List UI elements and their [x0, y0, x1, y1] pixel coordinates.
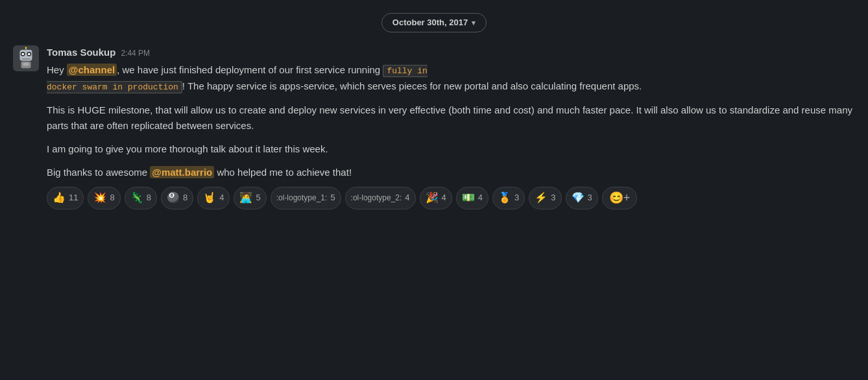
- message-text: Hey @channel, we have just finished depl…: [47, 62, 855, 180]
- reaction-thumbsup[interactable]: 👍 11: [47, 187, 84, 209]
- reactions-container: 👍 11 💥 8 🦎 8 🎱 8 🤘 4 🧑‍💻 5: [47, 187, 855, 209]
- svg-rect-6: [21, 58, 30, 60]
- diamond-count: 3: [588, 191, 592, 204]
- tech-emoji: 🧑‍💻: [239, 193, 252, 203]
- message-header: Tomas Soukup 2:44 PM: [47, 45, 855, 60]
- reaction-tech[interactable]: 🧑‍💻 5: [234, 187, 266, 209]
- reaction-money[interactable]: 💵 4: [456, 187, 488, 209]
- medal-emoji: 🏅: [498, 193, 511, 203]
- ol-logotype-1-count: 5: [330, 191, 335, 204]
- reaction-ol-logotype-1[interactable]: :ol-logotype_1: 5: [271, 187, 341, 209]
- lizard-count: 8: [147, 191, 151, 204]
- user-mention-matt[interactable]: @matt.barrio: [150, 166, 214, 178]
- lightning-count: 3: [551, 191, 555, 204]
- medal-count: 3: [514, 191, 519, 204]
- horns-count: 4: [219, 191, 224, 204]
- ol-logotype-2-count: 4: [405, 191, 409, 204]
- paragraph-2: This is HUGE milestone, that will allow …: [47, 102, 855, 134]
- svg-point-5: [28, 53, 30, 55]
- reaction-ol-logotype-2[interactable]: :ol-logotype_2: 4: [345, 187, 416, 209]
- reaction-ball[interactable]: 🎱 8: [161, 187, 193, 209]
- party-emoji: 🎉: [426, 193, 439, 203]
- paragraph-3: I am going to give you more thorough tal…: [47, 141, 855, 157]
- channel-mention[interactable]: @channel: [67, 64, 117, 76]
- reaction-boom[interactable]: 💥 8: [88, 187, 120, 209]
- message-body: Tomas Soukup 2:44 PM Hey @channel, we ha…: [47, 45, 855, 209]
- ol-logotype-1-text: :ol-logotype_1:: [276, 192, 328, 204]
- horns-emoji: 🤘: [203, 193, 216, 203]
- reaction-horns[interactable]: 🤘 4: [197, 187, 230, 209]
- svg-point-8: [25, 47, 27, 49]
- chevron-down-icon: ▾: [472, 18, 476, 29]
- reaction-lightning[interactable]: ⚡ 3: [529, 187, 561, 209]
- money-emoji: 💵: [462, 193, 475, 203]
- reaction-party[interactable]: 🎉 4: [420, 187, 452, 209]
- avatar: [13, 45, 39, 71]
- party-count: 4: [442, 191, 446, 204]
- lizard-emoji: 🦎: [130, 193, 143, 203]
- date-pill[interactable]: October 30th, 2017 ▾: [381, 13, 487, 32]
- reaction-medal[interactable]: 🏅 3: [492, 187, 525, 209]
- thumbsup-emoji: 👍: [53, 193, 66, 203]
- ol-logotype-2-text: :ol-logotype_2:: [351, 192, 402, 204]
- diamond-emoji: 💎: [572, 193, 585, 203]
- svg-rect-10: [23, 62, 29, 65]
- date-label: October 30th, 2017: [392, 16, 468, 29]
- add-reaction-icon: 😊+: [609, 189, 631, 207]
- ball-emoji: 🎱: [167, 193, 180, 203]
- ball-count: 8: [183, 191, 187, 204]
- paragraph-4: Big thanks to awesome @matt.barrio who h…: [47, 165, 855, 180]
- tech-count: 5: [256, 191, 260, 204]
- message-container: Tomas Soukup 2:44 PM Hey @channel, we ha…: [0, 43, 868, 212]
- svg-point-4: [21, 53, 24, 55]
- lightning-emoji: ⚡: [535, 193, 548, 203]
- timestamp: 2:44 PM: [121, 47, 150, 59]
- paragraph-1: Hey @channel, we have just finished depl…: [47, 62, 855, 95]
- username: Tomas Soukup: [47, 45, 115, 60]
- money-count: 4: [478, 191, 483, 204]
- boom-count: 8: [110, 191, 114, 204]
- reaction-diamond[interactable]: 💎 3: [566, 187, 598, 209]
- thumbsup-count: 11: [69, 191, 78, 204]
- date-divider[interactable]: October 30th, 2017 ▾: [381, 13, 487, 32]
- reaction-lizard[interactable]: 🦎 8: [125, 187, 157, 209]
- boom-emoji: 💥: [93, 193, 106, 203]
- add-reaction-button[interactable]: 😊+: [602, 187, 638, 209]
